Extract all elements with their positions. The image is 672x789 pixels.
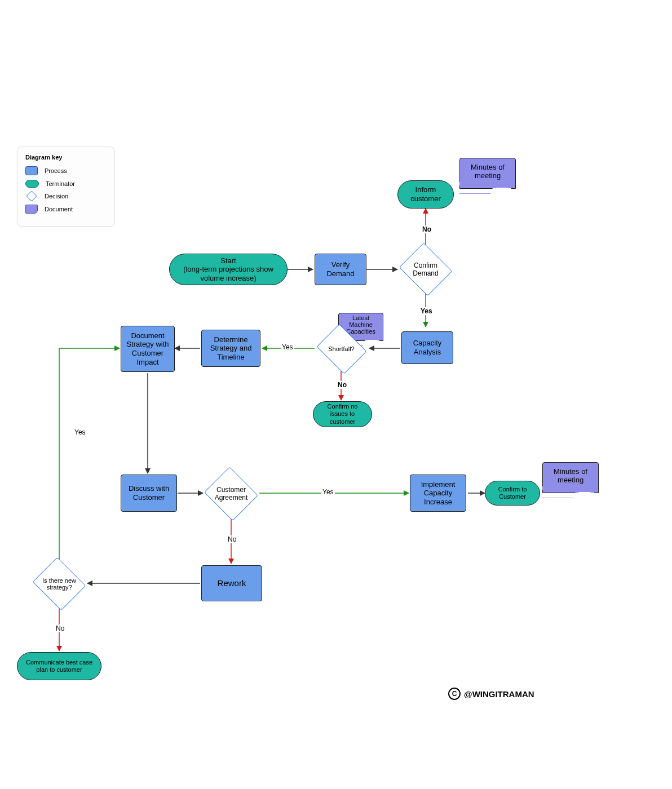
watermark: C @WINGITRAMAN bbox=[448, 688, 534, 700]
edge-label-newstrat-no: No bbox=[55, 624, 65, 632]
node-label: Discuss with Customer bbox=[126, 484, 172, 502]
node-label: Determine Strategy and Timeline bbox=[206, 335, 255, 362]
node-label: Rework bbox=[218, 578, 246, 588]
node-label: Confirm no issues to customer bbox=[318, 403, 367, 425]
process-discuss-customer: Discuss with Customer bbox=[121, 475, 177, 512]
legend-label: Process bbox=[45, 167, 67, 174]
legend-row-process: Process bbox=[25, 166, 104, 175]
copyright-icon: C bbox=[448, 688, 461, 700]
document-label: Minutes of meeting bbox=[547, 467, 594, 484]
decision-swatch bbox=[26, 190, 37, 202]
process-swatch bbox=[25, 166, 38, 175]
edge-label-newstrat-yes: Yes bbox=[73, 428, 87, 436]
legend-row-document: Document bbox=[25, 205, 104, 214]
edge-label-shortfall-yes: Yes bbox=[281, 343, 294, 351]
terminator-confirm-no-issues: Confirm no issues to customer bbox=[313, 401, 372, 427]
edge-label-agreement-yes: Yes bbox=[321, 488, 335, 496]
decision-label: Shortfall? bbox=[315, 327, 368, 371]
process-rework: Rework bbox=[201, 565, 262, 601]
legend-label: Document bbox=[45, 206, 73, 212]
edge-label-confirm-yes: Yes bbox=[419, 307, 434, 315]
document-minutes-bottom: Minutes of meeting bbox=[542, 462, 599, 493]
edge-label-agreement-no: No bbox=[227, 535, 237, 543]
document-label: Minutes of meeting bbox=[465, 163, 511, 180]
node-label: Document Strategy with Customer Impact bbox=[126, 331, 170, 366]
legend-label: Decision bbox=[45, 193, 68, 200]
terminator-inform-customer: Inform customer bbox=[397, 180, 454, 209]
process-determine-strategy: Determine Strategy and Timeline bbox=[201, 330, 260, 367]
decision-label: Customer Agreement bbox=[203, 469, 259, 518]
decision-shortfall: Shortfall? bbox=[315, 327, 368, 371]
process-implement-increase: Implement Capacity Increase bbox=[410, 475, 466, 512]
node-label: Implement Capacity Increase bbox=[415, 480, 461, 507]
edge-label-shortfall-no: No bbox=[337, 381, 348, 389]
legend: Diagram key Process Terminator Decision … bbox=[17, 147, 115, 227]
process-verify-demand: Verify Demand bbox=[315, 254, 366, 285]
decision-confirm-demand: Confirm Demand bbox=[397, 245, 454, 294]
node-label: Start (long-term projections show volume… bbox=[174, 256, 282, 283]
decision-new-strategy: Is there new strategy? bbox=[31, 560, 87, 608]
process-document-strategy: Document Strategy with Customer Impact bbox=[121, 326, 175, 372]
watermark-text: @WINGITRAMAN bbox=[464, 689, 534, 699]
document-minutes-top: Minutes of meeting bbox=[459, 158, 516, 189]
terminator-swatch bbox=[25, 180, 39, 188]
node-label: Inform customer bbox=[403, 185, 449, 203]
connectors bbox=[0, 0, 672, 789]
edge-label-confirm-no: No bbox=[421, 225, 432, 233]
decision-label: Confirm Demand bbox=[397, 245, 454, 294]
process-capacity-analysis: Capacity Analysis bbox=[401, 331, 453, 364]
decision-customer-agreement: Customer Agreement bbox=[203, 469, 259, 518]
legend-row-decision: Decision bbox=[25, 192, 104, 200]
legend-title: Diagram key bbox=[25, 154, 104, 161]
node-label: Confirm to Customer bbox=[490, 486, 535, 500]
legend-row-terminator: Terminator bbox=[25, 180, 104, 188]
document-swatch bbox=[25, 205, 38, 214]
decision-label: Is there new strategy? bbox=[31, 560, 87, 608]
terminator-communicate-plan: Communicate best case plan to customer bbox=[17, 652, 101, 680]
legend-label: Terminator bbox=[46, 180, 75, 187]
node-label: Communicate best case plan to customer bbox=[22, 659, 96, 673]
node-label: Capacity Analysis bbox=[406, 339, 448, 356]
flowchart-canvas: Diagram key Process Terminator Decision … bbox=[0, 0, 672, 789]
terminator-confirm-to-customer: Confirm to Customer bbox=[485, 481, 540, 506]
terminator-start: Start (long-term projections show volume… bbox=[169, 254, 288, 285]
node-label: Verify Demand bbox=[320, 260, 361, 278]
